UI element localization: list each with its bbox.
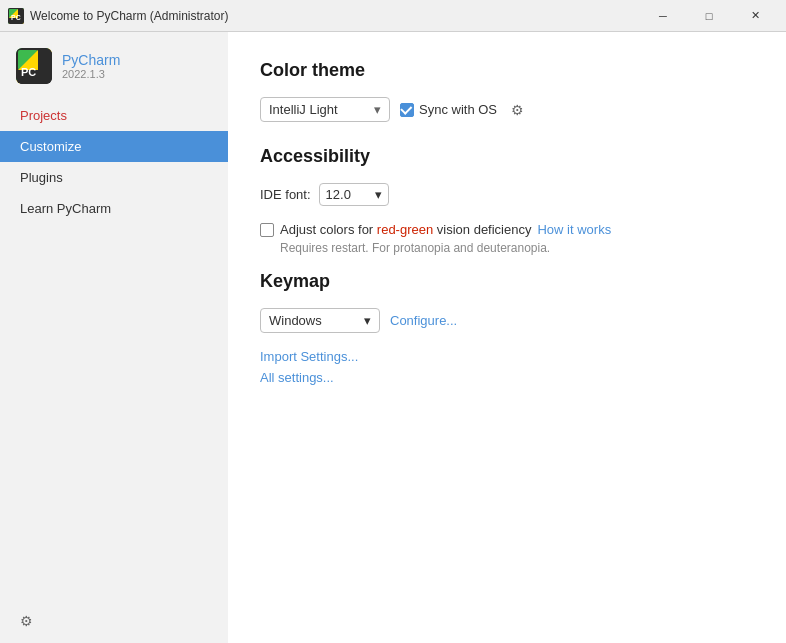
app-body: PC PyCharm 2022.1.3 Projects Customize P… <box>0 32 786 643</box>
ide-font-label: IDE font: <box>260 187 311 202</box>
keymap-value: Windows <box>269 313 322 328</box>
main-content: Color theme IntelliJ Light ▾ Sync with O… <box>228 32 786 643</box>
keymap-arrow: ▾ <box>364 313 371 328</box>
font-size-value: 12.0 <box>326 187 351 202</box>
font-size-dropdown[interactable]: 12.0 ▾ <box>319 183 389 206</box>
ide-font-row: IDE font: 12.0 ▾ <box>260 183 754 206</box>
app-icon: PC <box>8 8 24 24</box>
bottom-links: Import Settings... All settings... <box>260 349 754 385</box>
sync-label[interactable]: Sync with OS <box>400 102 497 117</box>
svg-text:PC: PC <box>21 66 36 78</box>
theme-dropdown[interactable]: IntelliJ Light ▾ <box>260 97 390 122</box>
sidebar: PC PyCharm 2022.1.3 Projects Customize P… <box>0 32 228 643</box>
sync-checkbox[interactable] <box>400 103 414 117</box>
keymap-row: Windows ▾ Configure... <box>260 308 754 333</box>
all-settings-link[interactable]: All settings... <box>260 370 754 385</box>
import-settings-link[interactable]: Import Settings... <box>260 349 754 364</box>
sidebar-item-plugins[interactable]: Plugins <box>0 162 228 193</box>
logo-icon: PC <box>16 48 52 84</box>
theme-value: IntelliJ Light <box>269 102 338 117</box>
app-version: 2022.1.3 <box>62 68 120 80</box>
sidebar-nav: Projects Customize Plugins Learn PyCharm <box>0 100 228 599</box>
theme-gear-button[interactable]: ⚙ <box>507 100 528 120</box>
sidebar-item-learn[interactable]: Learn PyCharm <box>0 193 228 224</box>
accessibility-hint: Requires restart. For protanopia and deu… <box>280 241 754 255</box>
accessibility-title: Accessibility <box>260 146 754 167</box>
color-theme-title: Color theme <box>260 60 754 81</box>
color-deficiency-prefix: Adjust colors for <box>280 222 377 237</box>
sidebar-settings-button[interactable]: ⚙ <box>16 609 37 633</box>
keymap-dropdown[interactable]: Windows ▾ <box>260 308 380 333</box>
title-bar: PC Welcome to PyCharm (Administrator) ─ … <box>0 0 786 32</box>
color-deficiency-label: Adjust colors for red-green vision defic… <box>280 222 531 237</box>
color-deficiency-suffix-text: vision deficiency <box>433 222 531 237</box>
configure-link[interactable]: Configure... <box>390 313 457 328</box>
keymap-title: Keymap <box>260 271 754 292</box>
color-deficiency-row: Adjust colors for red-green vision defic… <box>260 222 754 237</box>
sync-label-text: Sync with OS <box>419 102 497 117</box>
color-theme-row: IntelliJ Light ▾ Sync with OS ⚙ <box>260 97 754 122</box>
maximize-button[interactable]: □ <box>686 0 732 32</box>
window-title: Welcome to PyCharm (Administrator) <box>30 9 640 23</box>
svg-text:PC: PC <box>11 14 21 21</box>
sidebar-bottom: ⚙ <box>0 599 228 643</box>
theme-dropdown-arrow: ▾ <box>374 102 381 117</box>
window-controls: ─ □ ✕ <box>640 0 778 32</box>
sidebar-logo: PC PyCharm 2022.1.3 <box>0 40 228 100</box>
close-button[interactable]: ✕ <box>732 0 778 32</box>
app-name: PyCharm <box>62 52 120 68</box>
how-it-works-link[interactable]: How it works <box>537 222 611 237</box>
color-deficiency-red-word: red-green <box>377 222 433 237</box>
minimize-button[interactable]: ─ <box>640 0 686 32</box>
sidebar-item-customize[interactable]: Customize <box>0 131 228 162</box>
color-deficiency-checkbox[interactable] <box>260 223 274 237</box>
font-size-arrow: ▾ <box>375 187 382 202</box>
sidebar-item-projects[interactable]: Projects <box>0 100 228 131</box>
logo-text: PyCharm 2022.1.3 <box>62 52 120 80</box>
